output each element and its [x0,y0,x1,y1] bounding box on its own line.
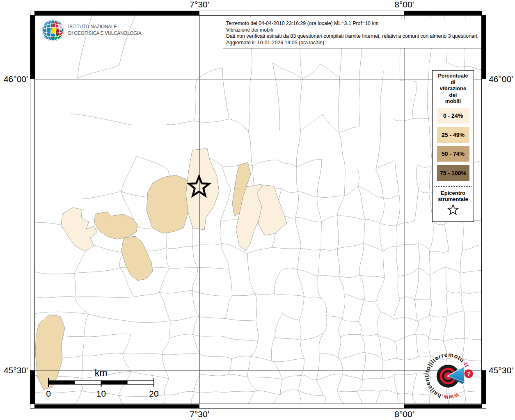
event-title: Terremoto del 04-04-2010 23:16:29 (ora l… [226,21,478,27]
question-mark-glyph: ? [467,370,470,377]
legend-epicenter-line: Epicentro [433,190,474,196]
municipality-region [257,185,287,235]
legend-epicenter-line: strumentale [433,196,474,203]
axis-label-left-4530: 45°30' [4,365,28,375]
axis-label-left-4600: 46°00' [4,74,28,84]
event-note: Dati non verificati estratti da 83 quest… [226,33,478,40]
event-info-box: Terremoto del 04-04-2010 23:16:29 (ora l… [223,19,482,48]
axis-label-bottom-800: 8°00' [394,409,414,419]
legend-swatch-50-74: 50 - 74% [437,146,469,162]
municipality-region [146,175,190,233]
ingv-name-line2: DI GEOFISICA E VULCANOLOGIA [68,30,142,36]
event-updated: Aggiornato il: 10-01-2026 19:05 (ora loc… [226,40,478,46]
scale-unit-label: km [95,368,108,378]
axis-label-right-4600: 46°00' [489,74,513,84]
legend-box: Percentuale di vibrazione dei mobili 0 -… [432,70,474,222]
axis-label-bottom-730: 7°30' [190,409,209,419]
seismic-map-page: 7°30' 8°00' 7°30' 8°00' 46°00' 45°30' 46… [0,0,515,420]
legend-title-line: dei [433,92,474,98]
site-url-www: www. [440,392,460,401]
axis-label-right-4530: 45°30' [489,365,513,375]
ingv-globe-icon [42,19,65,42]
question-mark-icon: ? [465,370,473,378]
axis-label-top-730: 7°30' [190,0,209,9]
axis-label-top-800: 8°00' [394,0,414,9]
scale-tick-10: 10 [96,389,106,398]
frame-corner [30,404,35,409]
legend-divider [435,186,472,187]
legend-star-icon [433,204,474,217]
legend-title-line: di [433,79,474,86]
legend-title-line: vibrazione [433,85,474,92]
legend-title-line: mobili [433,98,474,105]
frame-corner [482,11,486,16]
municipality-region [61,208,97,251]
ingv-name-line1: ISTITUTO NAZIONALE [68,23,117,30]
frame-corner [30,11,35,16]
legend-swatch-75-100: 75 - 100% [437,165,469,181]
site-logo: www.hai|sentito|ilterremoto.it ? [422,350,492,405]
ingv-logo: ISTITUTO NAZIONALE DI GEOFISICA E VULCAN… [40,17,143,43]
legend-epicenter-label: Epicentro strumentale [433,190,474,203]
shaded-municipalities [35,148,287,390]
legend-title: Percentuale di vibrazione dei mobili [433,73,474,105]
legend-swatch-0-24: 0 - 24% [437,108,469,123]
municipality-region [94,212,137,239]
scale-bar: km 0 10 20 [41,366,164,401]
legend-swatch-25-49: 25 - 49% [437,127,469,143]
scale-tick-0: 0 [46,389,51,398]
scale-tick-20: 20 [149,389,158,398]
municipality-region [121,236,153,281]
event-subtitle: Vibrazione dei mobili [226,27,478,34]
legend-title-line: Percentuale [433,73,474,79]
